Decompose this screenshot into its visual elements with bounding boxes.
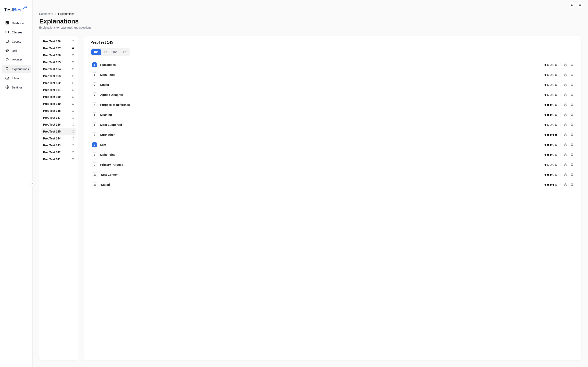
question-row[interactable]: 11 Stated bbox=[90, 180, 575, 190]
question-row[interactable]: 8 Main Point bbox=[90, 150, 575, 160]
bookmark-icon[interactable] bbox=[570, 153, 573, 156]
test-list-item[interactable]: PrepTest 151 bbox=[41, 86, 76, 93]
detail-title: PrepTest 145 bbox=[90, 40, 575, 45]
row-number: 5 bbox=[92, 112, 97, 117]
sidebar-item-settings[interactable]: Settings bbox=[2, 83, 31, 92]
separator bbox=[560, 83, 561, 87]
question-row[interactable]: 5 Meaning bbox=[90, 110, 575, 120]
hand-icon[interactable] bbox=[564, 133, 567, 136]
row-title: Meaning bbox=[100, 113, 541, 117]
difficulty-dot-icon bbox=[547, 144, 549, 146]
bookmark-icon[interactable] bbox=[570, 123, 573, 126]
bookmark-icon[interactable] bbox=[570, 113, 573, 117]
bookmark-icon[interactable] bbox=[570, 183, 573, 186]
sidebar-item-dashboard[interactable]: Dashboard bbox=[2, 19, 31, 27]
bookmark-icon[interactable] bbox=[570, 103, 573, 106]
hand-icon[interactable] bbox=[564, 113, 567, 117]
difficulty-meter bbox=[545, 84, 557, 86]
question-row[interactable]: 3 Agree / Disagree bbox=[90, 90, 575, 100]
test-list-label: PrepTest 146 bbox=[43, 123, 61, 126]
difficulty-meter bbox=[545, 74, 557, 76]
test-list-label: PrepTest 145 bbox=[43, 130, 61, 133]
bookmark-icon[interactable] bbox=[570, 63, 573, 67]
section-tab[interactable]: LR bbox=[101, 49, 111, 55]
question-row[interactable]: 1 Main Point bbox=[90, 70, 575, 80]
hand-icon[interactable] bbox=[564, 163, 567, 166]
sidebar-item-drill[interactable]: Drill bbox=[2, 46, 31, 55]
test-list-item[interactable]: PrepTest 144 bbox=[41, 135, 76, 142]
hand-icon[interactable] bbox=[564, 183, 567, 186]
question-row[interactable]: 9 Primary Purpose bbox=[90, 160, 575, 170]
sidebar-item-explanations[interactable]: Explanations bbox=[2, 65, 31, 73]
question-row[interactable]: 2 Stated bbox=[90, 80, 575, 90]
bookmark-icon[interactable] bbox=[570, 133, 573, 136]
question-row[interactable]: 10 New Context bbox=[90, 170, 575, 180]
hand-icon[interactable] bbox=[564, 83, 567, 86]
bookmark-icon[interactable] bbox=[570, 163, 573, 166]
bookmark-icon[interactable] bbox=[570, 83, 573, 86]
test-list-item[interactable]: PrepTest 147 bbox=[41, 114, 76, 121]
separator bbox=[560, 133, 561, 137]
avatar[interactable]: A bbox=[569, 2, 575, 8]
question-row[interactable]: 4 Purpose of Reference bbox=[90, 100, 575, 110]
difficulty-dot-icon bbox=[553, 144, 554, 146]
difficulty-dot-icon bbox=[550, 94, 552, 96]
hand-icon[interactable] bbox=[564, 173, 567, 176]
test-list-item[interactable]: PrepTest 143 bbox=[41, 142, 76, 149]
breadcrumb-sep-icon: / bbox=[55, 12, 56, 16]
practice-icon bbox=[5, 58, 9, 62]
difficulty-dot-icon bbox=[555, 134, 557, 136]
test-list-item[interactable]: PrepTest 153 bbox=[41, 73, 76, 80]
bookmark-icon[interactable] bbox=[570, 173, 573, 176]
test-list-item[interactable]: PrepTest 142 bbox=[41, 149, 76, 156]
difficulty-dot-icon bbox=[550, 174, 552, 176]
logo[interactable]: TestBest bbox=[0, 5, 33, 19]
hand-icon[interactable] bbox=[564, 123, 567, 126]
test-list-item[interactable]: PrepTest 146 bbox=[41, 121, 76, 128]
topbar: A bbox=[33, 0, 588, 8]
logo-text-left: Test bbox=[4, 7, 13, 13]
separator bbox=[560, 63, 561, 67]
test-list-item[interactable]: PrepTest 150 bbox=[41, 93, 76, 100]
difficulty-dot-icon bbox=[547, 174, 549, 176]
hand-icon[interactable] bbox=[564, 63, 567, 67]
row-title: Purpose of Reference bbox=[100, 103, 541, 106]
hand-icon[interactable] bbox=[564, 153, 567, 156]
test-list-item[interactable]: PrepTest 157 bbox=[41, 45, 76, 52]
section-tab[interactable]: RC bbox=[111, 49, 120, 55]
row-title: Stated bbox=[101, 183, 541, 186]
difficulty-dot-icon bbox=[545, 164, 546, 166]
passage-row[interactable]: 1 Humanities bbox=[90, 60, 575, 70]
test-list-item[interactable]: PrepTest 158 bbox=[41, 38, 76, 45]
section-tab[interactable]: LR bbox=[120, 49, 130, 55]
hand-icon[interactable] bbox=[564, 103, 567, 106]
test-list-item[interactable]: PrepTest 156 bbox=[41, 52, 76, 59]
sidebar-item-practice[interactable]: Practice bbox=[2, 55, 31, 64]
question-row[interactable]: 7 Strengthen bbox=[90, 130, 575, 140]
test-list-item[interactable]: PrepTest 154 bbox=[41, 66, 76, 73]
sidebar-item-inbox[interactable]: Inbox bbox=[2, 74, 31, 83]
test-list-item[interactable]: PrepTest 141 bbox=[41, 156, 76, 163]
collapse-sidebar-button[interactable] bbox=[30, 181, 35, 186]
test-list-label: PrepTest 151 bbox=[43, 88, 61, 92]
bookmark-icon[interactable] bbox=[570, 93, 573, 96]
sidebar-item-course[interactable]: Course bbox=[2, 37, 31, 46]
hand-icon[interactable] bbox=[564, 93, 567, 96]
hand-icon[interactable] bbox=[564, 73, 567, 76]
breadcrumb-root[interactable]: Dashboard bbox=[39, 12, 53, 16]
difficulty-dot-icon bbox=[555, 164, 557, 166]
test-list-item[interactable]: PrepTest 152 bbox=[41, 80, 76, 86]
bookmark-icon[interactable] bbox=[570, 73, 573, 76]
difficulty-dot-icon bbox=[545, 154, 546, 156]
question-row[interactable]: 6 Most Supported bbox=[90, 120, 575, 130]
section-tab[interactable]: RC bbox=[91, 49, 101, 55]
passage-row[interactable]: 2 Law bbox=[90, 140, 575, 150]
test-list-item[interactable]: PrepTest 145 bbox=[41, 128, 76, 135]
test-list-item[interactable]: PrepTest 155 bbox=[41, 59, 76, 66]
test-list-item[interactable]: PrepTest 148 bbox=[41, 107, 76, 114]
bookmark-icon[interactable] bbox=[570, 143, 573, 146]
theme-toggle-button[interactable] bbox=[577, 2, 583, 8]
sidebar-item-classes[interactable]: Classes bbox=[2, 28, 31, 37]
hand-icon[interactable] bbox=[564, 143, 567, 146]
test-list-item[interactable]: PrepTest 149 bbox=[41, 100, 76, 107]
